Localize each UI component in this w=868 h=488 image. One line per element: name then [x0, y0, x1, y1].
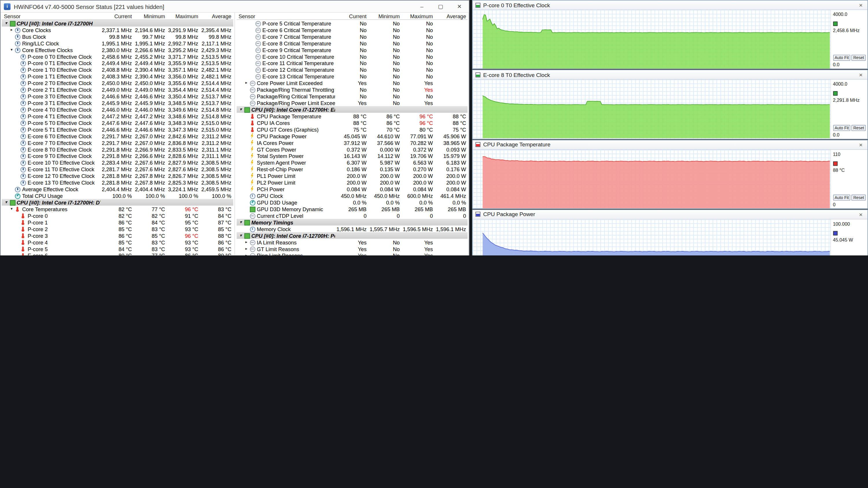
sensor-row[interactable]: E-core 13 Critical TemperatureNoNoNo	[237, 73, 468, 79]
sensor-row[interactable]: GPU Clock450.0 MHz450.0 MHz600.0 MHz461.…	[237, 192, 468, 199]
sensor-row[interactable]: E-core 11 Critical TemperatureNoNoNo	[237, 60, 468, 66]
sensor-group-row[interactable]: ▾CPU [#0]: Intel Core i7-12700H: Enhance…	[237, 106, 468, 113]
column-header-row[interactable]: Sensor Current Minimum Maximum Average	[237, 13, 468, 20]
expand-arrow[interactable]: ▸	[244, 239, 249, 245]
expand-arrow[interactable]: ▾	[238, 106, 244, 113]
sensor-row[interactable]: E-core 7 T0 Effective Clock2,291.7 MHz2,…	[2, 139, 233, 146]
sensor-row[interactable]: P-core 186 °C84 °C95 °C87 °C	[2, 219, 233, 226]
sensor-row[interactable]: Rest-of-Chip Power0.186 W0.135 W0.270 W0…	[237, 166, 468, 172]
sensor-row[interactable]: E-core 6 Critical TemperatureNoNoNo	[237, 27, 468, 33]
sensor-row[interactable]: E-core 9 Critical TemperatureNoNoNo	[237, 46, 468, 53]
sensor-row[interactable]: Package/Ring Power Limit ExceededYesNoYe…	[237, 99, 468, 106]
sensor-group-row[interactable]: ▾CPU [#0]: Intel Core i7-12700H: DTS	[2, 199, 233, 206]
reset-button[interactable]: Reset	[851, 125, 866, 131]
column-header-row[interactable]: Sensor Current Minimum Maximum Average	[2, 13, 233, 20]
sensor-row[interactable]: P-core 4 T1 Effective Clock2,447.2 MHz2,…	[2, 113, 233, 120]
sensor-row[interactable]: P-core 0 T1 Effective Clock2,449.4 MHz2,…	[2, 60, 233, 66]
sensor-row[interactable]: P-core 4 T0 Effective Clock2,446.0 MHz2,…	[2, 106, 233, 113]
column-average[interactable]: Average	[200, 13, 233, 19]
graph-close-button[interactable]: ×	[857, 210, 865, 218]
sensor-row[interactable]: PCH Power0.084 W0.084 W0.084 W0.084 W	[237, 186, 468, 192]
sensor-row[interactable]: ▾Core Temperatures82 °C77 °C96 °C83 °C	[2, 206, 233, 212]
column-minimum[interactable]: Minimum	[368, 13, 402, 19]
sensor-row[interactable]: E-core 11 T0 Effective Clock2,281.7 MHz2…	[2, 166, 233, 172]
sensor-row[interactable]: P-core 5 Critical TemperatureNoNoNo	[237, 20, 468, 27]
graph-close-button[interactable]: ×	[857, 140, 865, 149]
reset-button[interactable]: Reset	[851, 55, 866, 61]
graph-titlebar[interactable]: E-core 8 T0 Effective Clock×	[473, 70, 867, 79]
sensor-row[interactable]: Ring/LLC Clock1,995.1 MHz1,995.1 MHz2,99…	[2, 40, 233, 46]
sensor-row[interactable]: ▸GT Limit ReasonsYesNoYes	[237, 245, 468, 252]
expand-arrow[interactable]: ▸	[244, 252, 249, 255]
sensor-row[interactable]: Memory Clock1,596.1 MHz1,595.7 MHz1,596.…	[237, 226, 468, 232]
expand-arrow[interactable]: ▾	[3, 199, 9, 206]
sensor-group-row[interactable]: ▾CPU [#0]: Intel Core i7-12700H: Perform…	[237, 232, 468, 239]
column-maximum[interactable]: Maximum	[401, 13, 435, 19]
sensor-group-row[interactable]: ▾CPU [#0]: Intel Core i7-12700H	[2, 20, 233, 27]
sensor-row[interactable]: System Agent Power6.307 W5.987 W6.563 W6…	[237, 159, 468, 166]
auto-fit-button[interactable]: Auto Fit	[833, 55, 850, 61]
expand-arrow[interactable]: ▾	[238, 219, 244, 226]
expand-arrow[interactable]: ▸	[244, 245, 249, 252]
sensor-row[interactable]: E-core 12 T0 Effective Clock2,281.8 MHz2…	[2, 172, 233, 179]
expand-arrow[interactable]: ▸	[244, 79, 249, 86]
sensor-row[interactable]: ▸Core Power Limit ExceededYesNoYes	[237, 79, 468, 86]
sensor-row[interactable]: P-core 0 T0 Effective Clock2,458.6 MHz2,…	[2, 53, 233, 60]
maximize-button[interactable]: ▢	[431, 1, 450, 12]
sensor-row[interactable]: CPU IA Cores88 °C86 °C96 °C88 °C	[237, 120, 468, 126]
column-sensor[interactable]: Sensor	[237, 13, 335, 19]
sensor-row[interactable]: IA Cores Power37.912 W37.566 W70.282 W38…	[237, 139, 468, 146]
expand-arrow[interactable]: ▾	[238, 232, 244, 239]
expand-arrow[interactable]: ▾	[9, 46, 14, 53]
window-titlebar[interactable]: i HWiNFO64 v7.40-5000 Sensor Status [221…	[1, 1, 469, 13]
sensor-row[interactable]: CPU GT Cores (Graphics)75 °C70 °C80 °C75…	[237, 126, 468, 133]
sensor-row[interactable]: P-core 5 T0 Effective Clock2,447.6 MHz2,…	[2, 120, 233, 126]
sensor-row[interactable]: P-core 2 T1 Effective Clock2,449.0 MHz2,…	[2, 86, 233, 93]
sensor-row[interactable]: P-core 2 T0 Effective Clock2,450.0 MHz2,…	[2, 79, 233, 86]
column-current[interactable]: Current	[100, 13, 134, 19]
expand-arrow[interactable]: ▾	[3, 20, 9, 27]
sensor-group-row[interactable]: ▾Memory Timings	[237, 219, 468, 226]
graph-titlebar[interactable]: CPU Package Power×	[473, 210, 867, 219]
sensor-row[interactable]: P-core 5 T1 Effective Clock2,446.6 MHz2,…	[2, 126, 233, 133]
column-sensor[interactable]: Sensor	[2, 13, 100, 19]
sensor-row[interactable]: ▸Core Clocks2,337.1 MHz2,194.6 MHz3,291.…	[2, 27, 233, 33]
sensor-row[interactable]: ▸IA Limit ReasonsYesNoYes	[237, 239, 468, 245]
sensor-row[interactable]: Bus Clock99.8 MHz99.7 MHz99.8 MHz99.8 MH…	[2, 33, 233, 40]
graph-close-button[interactable]: ×	[857, 71, 865, 79]
sensor-row[interactable]: CPU Package Temperature88 °C86 °C96 °C88…	[237, 113, 468, 120]
sensor-row[interactable]: P-core 285 °C83 °C93 °C85 °C	[2, 226, 233, 232]
sensor-row[interactable]: E-core 6 T0 Effective Clock2,291.7 MHz2,…	[2, 133, 233, 139]
sensor-row[interactable]: P-core 3 T0 Effective Clock2,446.6 MHz2,…	[2, 93, 233, 99]
sensor-row[interactable]: P-core 1 T0 Effective Clock2,408.8 MHz2,…	[2, 66, 233, 73]
minimize-button[interactable]: –	[412, 1, 431, 12]
reset-button[interactable]: Reset	[851, 194, 866, 200]
sensor-row[interactable]: P-core 584 °C83 °C93 °C86 °C	[2, 245, 233, 252]
sensor-row[interactable]: E-core 680 °C77 °C86 °C80 °C	[2, 252, 233, 255]
sensor-row[interactable]: E-core 7 Critical TemperatureNoNoNo	[237, 33, 468, 40]
sensor-row[interactable]: Current cTDP Level0000	[237, 212, 468, 219]
sensor-row[interactable]: E-core 12 Critical TemperatureNoNoNo	[237, 66, 468, 73]
column-minimum[interactable]: Minimum	[133, 13, 167, 19]
graph-titlebar[interactable]: CPU Package Temperature×	[473, 140, 867, 150]
sensor-row[interactable]: Package/Ring Thermal ThrottlingNoNoYes	[237, 86, 468, 93]
sensor-row[interactable]: PL2 Power Limit200.0 W200.0 W200.0 W200.…	[237, 179, 468, 186]
sensor-row[interactable]: Package/Ring Critical TemperatureNoNoNo	[237, 93, 468, 99]
sensor-row[interactable]: E-core 8 T0 Effective Clock2,291.8 MHz2,…	[2, 146, 233, 153]
sensor-row[interactable]: ▸Ring Limit ReasonsYesNoYes	[237, 252, 468, 255]
sensor-row[interactable]: E-core 13 T0 Effective Clock2,281.8 MHz2…	[2, 179, 233, 186]
sensor-row[interactable]: E-core 10 T0 Effective Clock2,283.4 MHz2…	[2, 159, 233, 166]
auto-fit-button[interactable]: Auto Fit	[833, 125, 850, 131]
sensor-row[interactable]: GPU D3D Usage0.0 %0.0 %0.0 %0.0 %	[237, 199, 468, 206]
sensor-row[interactable]: CPU Package Power45.045 W44.610 W77.091 …	[237, 133, 468, 139]
sensor-row[interactable]: P-core 3 T1 Effective Clock2,445.9 MHz2,…	[2, 99, 233, 106]
sensor-row[interactable]: PL1 Power Limit200.0 W200.0 W200.0 W200.…	[237, 172, 468, 179]
sensor-row[interactable]: E-core 8 Critical TemperatureNoNoNo	[237, 40, 468, 46]
column-average[interactable]: Average	[435, 13, 468, 19]
sensor-row[interactable]: P-core 386 °C85 °C96 °C88 °C	[2, 232, 233, 239]
sensor-row[interactable]: Total System Power16.143 W14.112 W19.706…	[237, 153, 468, 159]
sensor-row[interactable]: GT Cores Power0.372 W0.000 W0.372 W0.093…	[237, 146, 468, 153]
sensor-row[interactable]: Total CPU Usage100.0 %100.0 %100.0 %100.…	[2, 192, 233, 199]
sensor-row[interactable]: P-core 082 °C82 °C91 °C84 °C	[2, 212, 233, 219]
sensor-row[interactable]: E-core 10 Critical TemperatureNoNoNo	[237, 53, 468, 60]
